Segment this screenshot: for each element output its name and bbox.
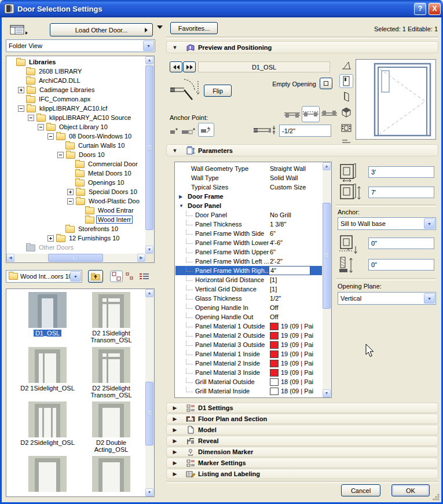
- scroll-thumb[interactable]: [145, 65, 153, 230]
- tree-item[interactable]: Commercial Door: [67, 159, 145, 169]
- param-row[interactable]: Panel Frame Width Left ...2'-2": [175, 257, 322, 266]
- tree-item[interactable]: Special Doors 10: [67, 187, 145, 196]
- tree-item[interactable]: ArchiCAD.DLL: [17, 76, 145, 85]
- scroll-up-icon[interactable]: ▲: [323, 162, 331, 170]
- tree-item[interactable]: Metal Doors 10: [67, 169, 145, 178]
- ok-button[interactable]: OK: [391, 484, 430, 496]
- expand-minus-icon[interactable]: [57, 152, 64, 158]
- door-preview[interactable]: [356, 59, 436, 140]
- param-row[interactable]: Panel Material 3 Outside19 (09 | Pai: [175, 340, 322, 349]
- head-offset-input[interactable]: [368, 259, 434, 271]
- tree-item[interactable]: Object Library 10: [37, 122, 145, 132]
- panel-model[interactable]: ▶ Model: [166, 425, 438, 435]
- favorites-button[interactable]: Favorites...: [170, 22, 218, 34]
- door-thumbnail[interactable]: [17, 456, 78, 497]
- scroll-thumb[interactable]: [48, 254, 103, 262]
- panel-floor-plan-section[interactable]: ▶ Floor Plan and Section: [166, 414, 438, 424]
- anchor-point-side-icon[interactable]: [170, 126, 180, 136]
- anchor-point-center-icon[interactable]: [181, 126, 196, 136]
- tree-item-selected[interactable]: Wood Interr: [76, 215, 145, 224]
- expand-plus-icon[interactable]: [67, 189, 74, 195]
- param-row[interactable]: Glass Thickness1/2": [175, 294, 322, 303]
- side-view-button[interactable]: [339, 90, 353, 104]
- param-row[interactable]: Typical SizesCustom Size: [175, 182, 322, 192]
- tree-vscrollbar[interactable]: ▲ ▼: [145, 56, 154, 254]
- reveal-side-center-button[interactable]: [302, 106, 320, 122]
- panel-listing-labeling[interactable]: ▶ Listing and Labeling: [166, 469, 438, 479]
- resize-grip[interactable]: [433, 494, 440, 501]
- anchor-point-selected-button[interactable]: [198, 123, 214, 137]
- current-folder-select[interactable]: Wood Int...oors 10 ▼: [6, 270, 82, 283]
- view-large-icons-button[interactable]: [110, 271, 123, 282]
- param-row[interactable]: Panel Material 1 Outside19 (09 | Pai: [175, 322, 322, 331]
- 3d-view-button[interactable]: [339, 105, 353, 119]
- view-small-icons-button[interactable]: [124, 271, 136, 282]
- param-row[interactable]: Grill Material Outside18 (09 | Pai: [175, 377, 322, 386]
- tree-item[interactable]: Doors 10: [57, 150, 145, 159]
- cancel-button[interactable]: Cancel: [341, 484, 380, 496]
- scroll-right-icon[interactable]: ▶: [137, 254, 145, 262]
- panel-dimension-marker[interactable]: ▶ Dimension Marker: [166, 447, 438, 457]
- param-row[interactable]: Panel Material 2 Outside19 (09 | Pai: [175, 331, 322, 340]
- param-row-selected[interactable]: Panel Frame Width Righ...4": [175, 266, 322, 275]
- view-mode-select[interactable]: Folder View ▼: [6, 39, 155, 52]
- reveal-side-outside-button[interactable]: [283, 106, 301, 122]
- opening-plane-select[interactable]: Vertical ▼: [338, 292, 436, 305]
- reveal-side-inside-button[interactable]: [320, 106, 338, 122]
- load-other-door-button[interactable]: Load Other Door...: [50, 23, 153, 36]
- expand-minus-icon[interactable]: [18, 105, 24, 112]
- tree-item[interactable]: klippLIBRARY_AC10 Source: [27, 113, 145, 122]
- door-thumbnail[interactable]: D2 2Sidelight Transom_OSL: [80, 347, 142, 399]
- param-row[interactable]: Panel Material 3 Inside19 (09 | Pai: [175, 368, 322, 377]
- collapsed-triangle-icon[interactable]: ▶: [179, 194, 188, 199]
- plan-view-button[interactable]: [339, 59, 353, 72]
- door-thumbnail[interactable]: D2 1Sidelight Transom_OSL: [80, 292, 142, 344]
- scroll-up-icon[interactable]: ▲: [145, 56, 153, 64]
- panel-reveal[interactable]: ▶ Reveal: [166, 436, 438, 446]
- tree-item[interactable]: Libraries: [8, 57, 145, 67]
- panel-marker-settings[interactable]: ▶ Marker Settings: [166, 458, 438, 468]
- params-vscrollbar[interactable]: ▲ ▼: [323, 162, 331, 397]
- photo-view-button[interactable]: [339, 121, 353, 135]
- expand-plus-icon[interactable]: [18, 87, 24, 93]
- tree-item[interactable]: Storefronts 10: [57, 224, 145, 233]
- param-row[interactable]: Panel Thickness1 3/8": [175, 220, 322, 229]
- panel-flyout-icon[interactable]: [157, 25, 163, 29]
- close-icon[interactable]: X: [429, 3, 441, 15]
- param-row[interactable]: Panel Material 1 Inside19 (09 | Pai: [175, 349, 322, 359]
- param-row[interactable]: Opening Handle InOff: [175, 303, 322, 312]
- titlebar[interactable]: Door Selection Settings ? X: [0, 0, 443, 17]
- thumbs-vscrollbar[interactable]: ▲ ▼: [145, 289, 154, 496]
- door-thumbnail[interactable]: [80, 456, 142, 497]
- tree-item[interactable]: 2608 LIBRARY: [17, 67, 145, 76]
- expand-minus-icon[interactable]: [67, 198, 74, 204]
- door-height-input[interactable]: [368, 187, 434, 198]
- expand-minus-icon[interactable]: [47, 133, 54, 140]
- scroll-down-icon[interactable]: ▼: [145, 488, 153, 496]
- door-width-input[interactable]: [368, 166, 434, 178]
- library-browser-button[interactable]: [8, 23, 29, 37]
- tree-item[interactable]: Wood-Plastic Doo: [67, 196, 145, 206]
- tree-hscrollbar[interactable]: ◀ ▶: [6, 254, 145, 262]
- help-button[interactable]: ?: [414, 3, 426, 15]
- front-view-button[interactable]: [339, 74, 353, 88]
- reveal-depth-input[interactable]: [279, 125, 331, 137]
- scroll-thumb[interactable]: [323, 203, 331, 309]
- tree-item[interactable]: Openings 10: [67, 178, 145, 187]
- param-row[interactable]: Panel Frame Width Upper6": [175, 247, 322, 257]
- param-row[interactable]: Grill Material Inside18 (09 | Pai: [175, 386, 322, 396]
- param-row[interactable]: Wall Geometry TypeStraight Wall: [175, 164, 322, 173]
- scroll-thumb[interactable]: [145, 382, 153, 445]
- expand-plus-icon[interactable]: [47, 235, 54, 242]
- tree-item[interactable]: IFC_Common.apx: [17, 94, 145, 104]
- param-group-row[interactable]: ▶Door Frame: [175, 192, 322, 201]
- param-row[interactable]: Vertical Grid Distance[1]: [175, 284, 322, 294]
- tree-item[interactable]: 08 Doors-Windows 10: [47, 132, 145, 141]
- door-thumbnail[interactable]: D2 2Sidelight_OSL: [17, 401, 78, 446]
- expand-minus-icon[interactable]: [28, 115, 34, 121]
- door-thumbnail[interactable]: D2 1Sidelight_OSL: [17, 347, 78, 392]
- preview-positioning-header[interactable]: ▼ Preview and Positioning: [166, 41, 438, 53]
- panel-d1-settings[interactable]: ▶ D1 Settings: [166, 403, 438, 413]
- next-object-button[interactable]: [183, 61, 196, 72]
- param-row[interactable]: Opening Handle OutOff: [175, 312, 322, 322]
